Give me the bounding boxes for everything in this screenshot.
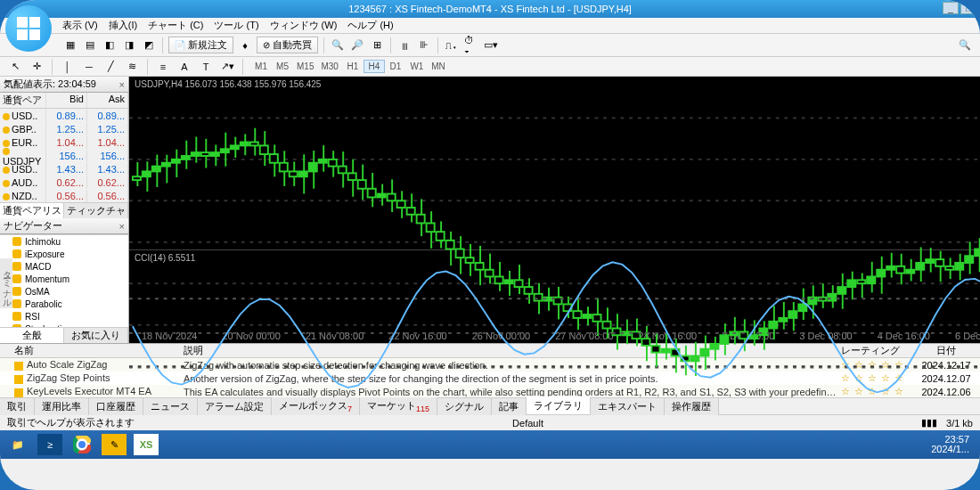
nav-item[interactable]: OsMA xyxy=(0,285,128,298)
fibo-icon[interactable]: ≡ xyxy=(155,59,171,75)
market-watch-row[interactable]: USDJPY156...156... xyxy=(0,149,128,162)
terminal-tab[interactable]: ライブラリ xyxy=(527,396,591,414)
col-bid[interactable]: Bid xyxy=(46,93,87,108)
chart-area[interactable]: USDJPY,H4 156.073 156.438 155.976 156.42… xyxy=(129,77,980,343)
taskbar-clock[interactable]: 23:572024/1... xyxy=(931,435,975,454)
nav-item[interactable]: Momentum xyxy=(0,273,128,285)
indicator-label: CCI(14) 6.5511 xyxy=(135,253,195,263)
new-chart-icon[interactable]: ▦ xyxy=(62,37,78,53)
tab-common[interactable]: 全般 xyxy=(0,328,64,343)
arrows-icon[interactable]: ↗▾ xyxy=(219,59,235,75)
svg-rect-72 xyxy=(446,241,454,249)
taskbar-chrome-icon[interactable] xyxy=(69,434,94,455)
terminal-tab[interactable]: 運用比率 xyxy=(35,398,89,415)
svg-rect-48 xyxy=(329,159,337,167)
svg-rect-54 xyxy=(358,180,366,189)
templates-icon[interactable]: ▭▾ xyxy=(483,37,499,53)
terminal-tab[interactable]: 取引 xyxy=(0,398,35,415)
timeframe-MN[interactable]: MN xyxy=(428,60,449,73)
nav-item[interactable]: Parabolic xyxy=(0,298,128,310)
text-icon[interactable]: A xyxy=(176,59,192,75)
timeframe-M5[interactable]: M5 xyxy=(272,60,293,73)
timeframe-M15[interactable]: M15 xyxy=(293,60,317,73)
new-order-button[interactable]: 📄 新規注文 xyxy=(168,37,233,53)
taskbar-xs-icon[interactable]: XS xyxy=(134,434,159,455)
data-window-icon[interactable]: ◨ xyxy=(121,37,137,53)
svg-rect-22 xyxy=(201,152,209,156)
svg-rect-66 xyxy=(417,215,425,224)
svg-rect-38 xyxy=(280,163,288,172)
col-symbol[interactable]: 通貨ペア xyxy=(0,93,46,108)
tab-favorites[interactable]: お気に入り xyxy=(64,328,128,343)
nav-item[interactable]: iExposure xyxy=(0,248,128,260)
svg-rect-16 xyxy=(172,159,180,163)
status-profile: Default xyxy=(512,418,543,429)
indicators-icon[interactable]: ⎍▾ xyxy=(444,37,460,53)
autotrade-button[interactable]: ⊘ 自動売買 xyxy=(257,37,318,53)
navigator-icon[interactable]: ◩ xyxy=(141,37,157,53)
tab-tick-chart[interactable]: ティックチャート xyxy=(64,203,128,218)
taskbar-explorer-icon[interactable]: 📁 xyxy=(5,434,30,455)
statusbar: 取引でヘルプが表示されます Default ▮▮▮3/1 kb xyxy=(0,414,980,430)
timeframe-M30[interactable]: M30 xyxy=(317,60,341,73)
svg-rect-42 xyxy=(299,171,307,176)
close-icon[interactable]: × xyxy=(119,221,125,232)
menu-item[interactable]: ツール (T) xyxy=(214,19,258,32)
navigator-tree[interactable]: IchimokuiExposureMACDMomentumOsMAParabol… xyxy=(0,234,128,327)
taskbar-powershell-icon[interactable]: ≥ xyxy=(37,434,62,455)
zoom-in-icon[interactable]: 🔍 xyxy=(330,37,346,53)
cursor-icon[interactable]: ↖ xyxy=(7,59,23,75)
tab-symbol-list[interactable]: 通貨ペアリスト xyxy=(0,203,64,218)
timeframe-H1[interactable]: H1 xyxy=(342,60,363,73)
channel-icon[interactable]: ≋ xyxy=(124,59,140,75)
svg-rect-10 xyxy=(143,171,151,176)
svg-rect-58 xyxy=(378,194,386,198)
navigator-header: ナビゲーター× xyxy=(0,218,128,234)
crosshair-icon[interactable]: ✛ xyxy=(29,59,45,75)
nav-item[interactable]: Ichimoku xyxy=(0,235,128,248)
nav-item[interactable]: Stochastic xyxy=(0,323,128,327)
timeframe-W1[interactable]: W1 xyxy=(406,60,428,73)
minimize-button[interactable]: _ xyxy=(943,2,959,14)
svg-rect-62 xyxy=(397,200,405,208)
taskbar-app-icon[interactable]: ✎ xyxy=(102,434,127,455)
svg-rect-70 xyxy=(437,232,445,241)
svg-rect-40 xyxy=(290,171,298,176)
timeframe-D1[interactable]: D1 xyxy=(385,60,406,73)
timeframe-M1[interactable]: M1 xyxy=(250,60,272,73)
nav-item[interactable]: MACD xyxy=(0,260,128,273)
start-logo[interactable] xyxy=(5,5,52,52)
market-watch-row[interactable]: AUD..0.62...0.62... xyxy=(0,176,128,189)
search-icon[interactable]: 🔍 xyxy=(959,39,975,55)
svg-rect-44 xyxy=(309,163,317,172)
market-watch-row[interactable]: NZD..0.56...0.56... xyxy=(0,189,128,202)
hline-icon[interactable]: ─ xyxy=(81,59,97,75)
text-label-icon[interactable]: T xyxy=(198,59,214,75)
zoom-out-icon[interactable]: 🔎 xyxy=(349,37,365,53)
col-ask[interactable]: Ask xyxy=(87,93,128,108)
market-watch-row[interactable]: USD..0.89...0.89... xyxy=(0,109,128,122)
bar-chart-icon[interactable]: ⫼ xyxy=(396,37,412,53)
vline-icon[interactable]: │ xyxy=(60,59,76,75)
timeframe-H4[interactable]: H4 xyxy=(363,60,385,73)
market-watch-row[interactable]: GBP..1.25...1.25... xyxy=(0,122,128,135)
svg-rect-30 xyxy=(241,143,249,146)
menu-item[interactable]: 挿入(I) xyxy=(109,19,137,32)
maximize-button[interactable]: □ xyxy=(960,2,976,14)
nav-item[interactable]: RSI xyxy=(0,310,128,323)
metaquotes-icon[interactable]: ♦ xyxy=(237,37,253,53)
svg-rect-18 xyxy=(182,156,190,159)
svg-rect-68 xyxy=(427,223,435,232)
market-watch-row[interactable]: USD..1.43...1.43... xyxy=(0,162,128,176)
trendline-icon[interactable]: ╱ xyxy=(102,59,118,75)
menu-item[interactable]: 表示 (V) xyxy=(62,19,98,32)
menu-item[interactable]: チャート (C) xyxy=(148,19,203,32)
menu-item[interactable]: ヘルプ (H) xyxy=(347,19,393,32)
profiles-icon[interactable]: ▤ xyxy=(82,37,98,53)
market-watch-icon[interactable]: ◧ xyxy=(102,37,118,53)
menu-item[interactable]: ウィンドウ (W) xyxy=(270,19,338,32)
close-icon[interactable]: × xyxy=(119,79,125,90)
periods-icon[interactable]: ⏱▾ xyxy=(463,37,479,53)
candle-chart-icon[interactable]: ⊪ xyxy=(416,37,432,53)
tile-icon[interactable]: ⊞ xyxy=(369,37,385,53)
